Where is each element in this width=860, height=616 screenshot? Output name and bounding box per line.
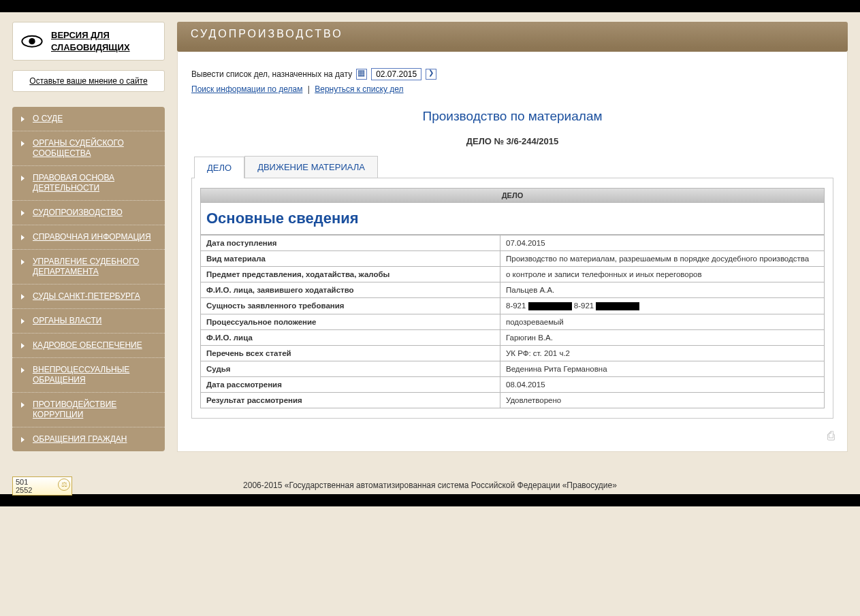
sidebar-menu: О СУДЕ ОРГАНЫ СУДЕЙСКОГО СООБЩЕСТВА ПРАВ… [12,107,165,451]
table-row: Вид материалаПроизводство по материалам,… [201,251,825,267]
case-card: ДЕЛО Основные сведения Дата поступления0… [191,178,833,419]
info-table: Дата поступления07.04.2015Вид материалаП… [200,235,825,408]
row-key: Процессуальное положение [201,314,500,329]
feedback-label: Оставьте ваше мнение о сайте [29,76,147,86]
svg-point-1 [29,38,35,44]
row-key: Сущность заявленного требования [201,298,500,314]
row-value: Гарюгин В.А. [500,329,825,345]
row-key: Предмет представления, ходатайства, жало… [201,267,500,282]
table-row: Предмет представления, ходатайства, жало… [201,267,825,282]
row-key: Вид материала [201,251,500,267]
calendar-icon[interactable] [356,69,367,80]
filter-label: Вывести список дел, назначенных на дату [191,69,352,79]
table-row: Дата рассмотрения08.04.2015 [201,376,825,392]
bottom-black-bar [0,494,860,506]
redacted-block [596,302,639,310]
row-key: Судья [201,361,500,376]
production-title: Производство по материалам [191,109,833,124]
eye-icon [21,34,43,49]
table-row: Дата поступления07.04.2015 [201,236,825,251]
sidebar-item-authorities[interactable]: ОРГАНЫ ВЛАСТИ [12,309,165,334]
row-value: Удовлетворено [500,392,825,408]
sidebar-item-hr[interactable]: КАДРОВОЕ ОБЕСПЕЧЕНИЕ [12,334,165,358]
table-row: Ф.И.О. лица, заявившего ходатайствоПальц… [201,282,825,298]
separator: | [308,84,310,94]
accessibility-link[interactable]: ВЕРСИЯ ДЛЯ СЛАБОВИДЯЩИХ [12,22,165,61]
sidebar-item-anticorruption[interactable]: ПРОТИВОДЕЙСТВИЕ КОРРУПЦИИ [12,393,165,427]
row-value: 07.04.2015 [500,236,825,251]
top-black-bar [0,0,860,12]
page-title-banner: СУДОПРОИЗВОДСТВО [177,22,848,48]
row-value: подозреваемый [500,314,825,329]
feedback-link[interactable]: Оставьте ваше мнение о сайте [12,70,165,92]
row-key: Результат рассмотрения [201,392,500,408]
sidebar-item-proceedings[interactable]: СУДОПРОИЗВОДСТВО [12,201,165,225]
sidebar-item-extra-appeals[interactable]: ВНЕПРОЦЕССУАЛЬНЫЕ ОБРАЩЕНИЯ [12,358,165,393]
content-area: Вывести список дел, назначенных на дату … [177,52,848,452]
counter-line1: 501 [16,478,57,486]
sidebar-item-legal-basis[interactable]: ПРАВОВАЯ ОСНОВА ДЕЯТЕЛЬНОСТИ [12,166,165,201]
row-key: Ф.И.О. лица, заявившего ходатайство [201,282,500,298]
sidebar-item-spb-courts[interactable]: СУДЫ САНКТ-ПЕТЕРБУРГА [12,285,165,309]
sidebar-item-department[interactable]: УПРАВЛЕНИЕ СУДЕБНОГО ДЕПАРТАМЕНТА [12,250,165,285]
row-key: Перечень всех статей [201,345,500,361]
footer: 501 2552 ⚖ 2006-2015 «Государственная ав… [0,471,860,494]
sidebar-item-reference[interactable]: СПРАВОЧНАЯ ИНФОРМАЦИЯ [12,225,165,250]
link-search-cases[interactable]: Поиск информации по делам [191,84,302,94]
link-back-to-list[interactable]: Вернуться к списку дел [315,84,403,94]
table-row: Ф.И.О. лицаГарюгин В.А. [201,329,825,345]
row-key: Дата рассмотрения [201,376,500,392]
row-value: 08.04.2015 [500,376,825,392]
table-row: Процессуальное положениеподозреваемый [201,314,825,329]
case-number: ДЕЛО № 3/6-244/2015 [191,136,833,146]
counter-line2: 2552 [16,486,57,494]
sidebar-item-about[interactable]: О СУДЕ [12,107,165,131]
footer-text: 2006-2015 «Государственная автоматизиров… [12,481,848,490]
date-input[interactable]: 02.07.2015 [371,68,421,80]
tab-case[interactable]: ДЕЛО [194,157,244,178]
row-value: Веденина Рита Германовна [500,361,825,376]
table-header: ДЕЛО [200,188,825,203]
print-icon[interactable]: ⎙ [827,429,835,443]
table-row: СудьяВеденина Рита Германовна [201,361,825,376]
table-row: Перечень всех статейУК РФ: ст. 201 ч.2 [201,345,825,361]
row-value: УК РФ: ст. 201 ч.2 [500,345,825,361]
table-row: Результат рассмотренияУдовлетворено [201,392,825,408]
sidebar-item-judicial-bodies[interactable]: ОРГАНЫ СУДЕЙСКОГО СООБЩЕСТВА [12,131,165,166]
sidebar-item-citizen-appeals[interactable]: ОБРАЩЕНИЯ ГРАЖДАН [12,427,165,451]
counter-badge-icon: ⚖ [58,479,70,491]
table-row: Сущность заявленного требования8-921 8-9… [201,298,825,314]
row-value: Пальцев А.А. [500,282,825,298]
row-value: 8-921 8-921 [500,298,825,314]
date-go-icon[interactable] [426,69,436,80]
row-key: Дата поступления [201,236,500,251]
visit-counter[interactable]: 501 2552 ⚖ [12,476,72,496]
section-title: Основные сведения [200,203,825,235]
accessibility-label: ВЕРСИЯ ДЛЯ СЛАБОВИДЯЩИХ [51,29,156,53]
row-value: Производство по материалам, разрешаемым … [500,251,825,267]
tab-movement[interactable]: ДВИЖЕНИЕ МАТЕРИАЛА [244,156,378,178]
row-value: о контроле и записи телефонных и иных пе… [500,267,825,282]
page-title: СУДОПРОИЗВОДСТВО [191,28,343,39]
redacted-block [528,302,572,310]
row-key: Ф.И.О. лица [201,329,500,345]
